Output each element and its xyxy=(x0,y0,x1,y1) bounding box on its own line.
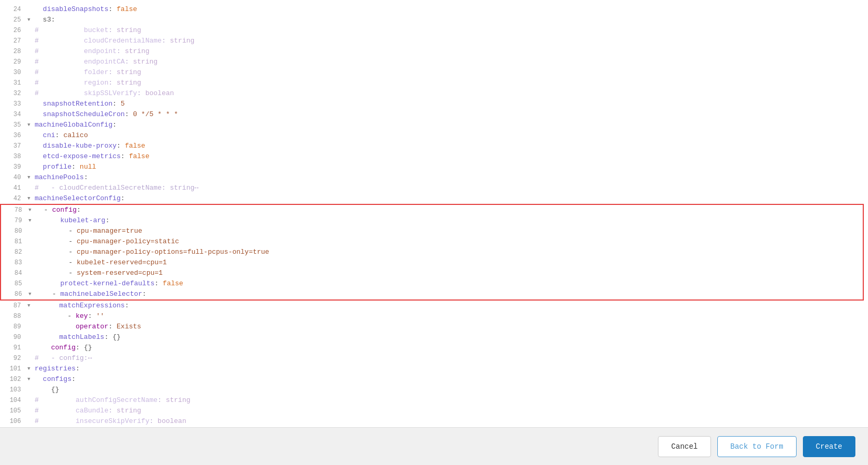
code-line-106: 106# insecureSkipVerify: boolean xyxy=(0,416,868,427)
fold-arrow-42[interactable]: ▼ xyxy=(25,193,33,204)
fold-arrow-25[interactable]: ▼ xyxy=(25,15,33,25)
line-content-87: matchExpressions: xyxy=(33,301,860,311)
code-line-39: 39 profile: null xyxy=(0,162,868,172)
line-content-26: # bucket: string xyxy=(33,25,860,36)
fold-arrow-102[interactable]: ▼ xyxy=(25,374,33,385)
line-content-101: registries: xyxy=(33,364,860,374)
create-button[interactable]: Create xyxy=(803,436,855,457)
line-content-32: # skipSSLVerify: boolean xyxy=(33,88,860,99)
line-number-41: 41 xyxy=(0,183,25,193)
line-content-37: disable-kube-proxy: false xyxy=(33,141,860,151)
line-number-29: 29 xyxy=(0,57,25,67)
line-content-80: - cpu-manager=true xyxy=(34,226,854,236)
fold-arrow-40[interactable]: ▼ xyxy=(25,172,33,183)
line-number-87: 87 xyxy=(0,301,25,311)
code-line-84: 84 - system-reserved=cpu=1 xyxy=(1,268,863,278)
code-line-102: 102▼ configs: xyxy=(0,374,868,385)
line-number-36: 36 xyxy=(0,130,25,141)
line-content-39: profile: null xyxy=(33,162,860,172)
fold-arrow-101[interactable]: ▼ xyxy=(25,364,33,374)
code-line-104: 104# authConfigSecretName: string xyxy=(0,395,868,406)
line-number-86: 86 xyxy=(1,289,26,299)
line-content-103: {} xyxy=(33,385,860,395)
line-content-35: machineGlobalConfig: xyxy=(33,120,860,130)
line-content-42: machineSelectorConfig: xyxy=(33,193,860,204)
code-line-32: 32# skipSSLVerify: boolean xyxy=(0,88,868,99)
line-content-27: # cloudCredentialName: string xyxy=(33,36,860,46)
line-number-26: 26 xyxy=(0,25,25,36)
code-line-35: 35▼machineGlobalConfig: xyxy=(0,120,868,130)
code-line-81: 81 - cpu-manager-policy=static xyxy=(1,236,863,247)
code-line-92: 92# - config:↔ xyxy=(0,353,868,364)
code-line-24: 24 disableSnapshots: false xyxy=(0,4,868,15)
code-line-31: 31# region: string xyxy=(0,78,868,88)
code-line-34: 34 snapshotScheduleCron: 0 */5 * * * xyxy=(0,109,868,120)
line-content-90: matchLabels: {} xyxy=(33,332,860,343)
code-line-40: 40▼machinePools: xyxy=(0,172,868,183)
line-content-89: operator: Exists xyxy=(33,322,860,332)
line-content-38: etcd-expose-metrics: false xyxy=(33,151,860,162)
fold-arrow-79[interactable]: ▼ xyxy=(26,215,34,226)
line-number-25: 25 xyxy=(0,15,25,25)
line-number-38: 38 xyxy=(0,151,25,162)
code-line-88: 88 - key: '' xyxy=(0,311,868,322)
code-editor[interactable]: 24 disableSnapshots: false25▼ s3:26# buc… xyxy=(0,0,868,427)
line-number-83: 83 xyxy=(1,257,26,268)
line-content-92: # - config:↔ xyxy=(33,353,860,364)
code-line-26: 26# bucket: string xyxy=(0,25,868,36)
line-content-79: kubelet-arg: xyxy=(34,215,854,226)
line-number-92: 92 xyxy=(0,353,25,364)
line-content-34: snapshotScheduleCron: 0 */5 * * * xyxy=(33,109,860,120)
line-number-82: 82 xyxy=(1,247,26,257)
fold-arrow-86[interactable]: ▼ xyxy=(26,289,34,299)
code-line-36: 36 cni: calico xyxy=(0,130,868,141)
bottom-toolbar: Cancel Back to Form Create xyxy=(0,427,868,465)
code-line-28: 28# endpoint: string xyxy=(0,46,868,57)
line-content-24: disableSnapshots: false xyxy=(33,4,860,15)
line-number-34: 34 xyxy=(0,109,25,120)
line-content-88: - key: '' xyxy=(33,311,860,322)
code-line-105: 105# caBundle: string xyxy=(0,406,868,416)
line-content-104: # authConfigSecretName: string xyxy=(33,395,860,406)
code-line-89: 89 operator: Exists xyxy=(0,322,868,332)
code-line-87: 87▼ matchExpressions: xyxy=(0,301,868,311)
line-content-28: # endpoint: string xyxy=(33,46,860,57)
line-content-41: # - cloudCredentialSecretName: string↔ xyxy=(33,183,860,193)
code-line-82: 82 - cpu-manager-policy-options=full-pcp… xyxy=(1,247,863,257)
line-number-78: 78 xyxy=(1,205,26,215)
code-line-86: 86▼ - machineLabelSelector: xyxy=(1,289,863,299)
line-number-30: 30 xyxy=(0,67,25,78)
fold-arrow-78[interactable]: ▼ xyxy=(26,205,34,215)
cancel-button[interactable]: Cancel xyxy=(658,436,710,457)
code-line-38: 38 etcd-expose-metrics: false xyxy=(0,151,868,162)
line-number-39: 39 xyxy=(0,162,25,172)
code-line-103: 103 {} xyxy=(0,385,868,395)
back-to-form-button[interactable]: Back to Form xyxy=(717,436,797,457)
line-content-106: # insecureSkipVerify: boolean xyxy=(33,416,860,427)
code-line-41: 41# - cloudCredentialSecretName: string↔ xyxy=(0,183,868,193)
fold-arrow-87[interactable]: ▼ xyxy=(25,301,33,311)
line-number-84: 84 xyxy=(1,268,26,278)
line-number-102: 102 xyxy=(0,374,25,385)
line-content-85: protect-kernel-defaults: false xyxy=(34,278,854,289)
line-content-33: snapshotRetention: 5 xyxy=(33,99,860,109)
line-number-32: 32 xyxy=(0,88,25,99)
code-line-42: 42▼machineSelectorConfig: xyxy=(0,193,868,204)
line-number-35: 35 xyxy=(0,120,25,130)
code-line-25: 25▼ s3: xyxy=(0,15,868,25)
line-number-37: 37 xyxy=(0,141,25,151)
line-number-89: 89 xyxy=(0,322,25,332)
code-line-83: 83 - kubelet-reserved=cpu=1 xyxy=(1,257,863,268)
line-content-86: - machineLabelSelector: xyxy=(34,289,854,299)
code-line-37: 37 disable-kube-proxy: false xyxy=(0,141,868,151)
line-number-42: 42 xyxy=(0,193,25,204)
code-line-101: 101▼registries: xyxy=(0,364,868,374)
line-number-80: 80 xyxy=(1,226,26,236)
line-content-40: machinePools: xyxy=(33,172,860,183)
line-content-84: - system-reserved=cpu=1 xyxy=(34,268,854,278)
fold-arrow-35[interactable]: ▼ xyxy=(25,120,33,130)
line-content-36: cni: calico xyxy=(33,130,860,141)
line-content-81: - cpu-manager-policy=static xyxy=(34,236,854,247)
line-number-90: 90 xyxy=(0,332,25,343)
line-content-31: # region: string xyxy=(33,78,860,88)
